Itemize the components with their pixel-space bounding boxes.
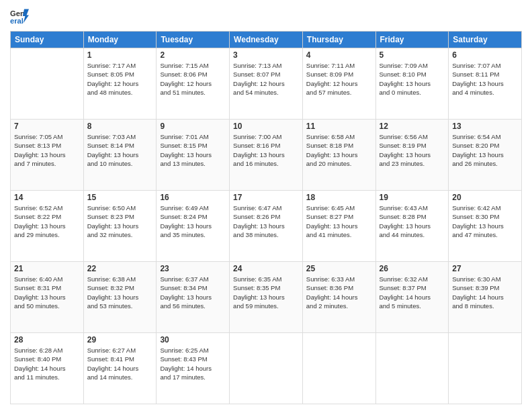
- table-row: 29Sunrise: 6:27 AM Sunset: 8:41 PM Dayli…: [83, 333, 157, 404]
- table-row: 24Sunrise: 6:35 AM Sunset: 8:35 PM Dayli…: [230, 262, 303, 333]
- table-row: 7Sunrise: 7:05 AM Sunset: 8:13 PM Daylig…: [11, 120, 84, 191]
- day-number: 19: [380, 193, 445, 202]
- day-number: 22: [87, 264, 153, 273]
- day-info: Sunrise: 6:47 AM Sunset: 8:26 PM Dayligh…: [233, 203, 299, 239]
- day-info: Sunrise: 6:27 AM Sunset: 8:41 PM Dayligh…: [87, 346, 153, 381]
- day-info: Sunrise: 6:52 AM Sunset: 8:22 PM Dayligh…: [14, 203, 80, 239]
- day-info: Sunrise: 6:37 AM Sunset: 8:34 PM Dayligh…: [160, 275, 226, 310]
- table-row: 14Sunrise: 6:52 AM Sunset: 8:22 PM Dayli…: [11, 191, 84, 262]
- day-info: Sunrise: 7:05 AM Sunset: 8:13 PM Dayligh…: [14, 132, 80, 168]
- day-number: 7: [14, 122, 80, 131]
- table-row: 9Sunrise: 7:01 AM Sunset: 8:15 PM Daylig…: [157, 120, 230, 191]
- col-wednesday: Wednesday: [230, 32, 303, 48]
- day-info: Sunrise: 6:42 AM Sunset: 8:30 PM Dayligh…: [452, 203, 518, 239]
- day-number: 23: [160, 264, 226, 273]
- table-row: 18Sunrise: 6:45 AM Sunset: 8:27 PM Dayli…: [302, 191, 375, 262]
- table-row: 11Sunrise: 6:58 AM Sunset: 8:18 PM Dayli…: [302, 120, 375, 191]
- day-number: 2: [160, 50, 226, 60]
- table-row: [230, 333, 303, 404]
- day-number: 10: [233, 122, 299, 131]
- day-number: 29: [87, 335, 153, 345]
- table-row: 12Sunrise: 6:56 AM Sunset: 8:19 PM Dayli…: [375, 120, 449, 191]
- day-info: Sunrise: 7:07 AM Sunset: 8:11 PM Dayligh…: [452, 61, 518, 97]
- col-sunday: Sunday: [11, 32, 84, 48]
- table-row: 2Sunrise: 7:15 AM Sunset: 8:06 PM Daylig…: [157, 48, 230, 120]
- day-header-row: Sunday Monday Tuesday Wednesday Thursday…: [11, 32, 522, 48]
- table-row: 30Sunrise: 6:25 AM Sunset: 8:43 PM Dayli…: [157, 333, 230, 404]
- calendar-week-row: 28Sunrise: 6:28 AM Sunset: 8:40 PM Dayli…: [11, 333, 522, 404]
- logo-icon: Gen eral: [10, 7, 29, 26]
- day-number: 12: [380, 122, 445, 131]
- day-info: Sunrise: 6:28 AM Sunset: 8:40 PM Dayligh…: [14, 346, 80, 381]
- day-info: Sunrise: 7:01 AM Sunset: 8:15 PM Dayligh…: [160, 132, 226, 168]
- table-row: [11, 48, 84, 120]
- day-info: Sunrise: 6:30 AM Sunset: 8:39 PM Dayligh…: [452, 275, 518, 310]
- table-row: 25Sunrise: 6:33 AM Sunset: 8:36 PM Dayli…: [302, 262, 375, 333]
- table-row: 17Sunrise: 6:47 AM Sunset: 8:26 PM Dayli…: [230, 191, 303, 262]
- day-info: Sunrise: 6:43 AM Sunset: 8:28 PM Dayligh…: [380, 203, 445, 239]
- calendar-week-row: 1Sunrise: 7:17 AM Sunset: 8:05 PM Daylig…: [11, 48, 522, 120]
- table-row: 23Sunrise: 6:37 AM Sunset: 8:34 PM Dayli…: [157, 262, 230, 333]
- table-row: 22Sunrise: 6:38 AM Sunset: 8:32 PM Dayli…: [83, 262, 157, 333]
- day-number: 26: [380, 264, 445, 273]
- day-info: Sunrise: 6:33 AM Sunset: 8:36 PM Dayligh…: [306, 275, 372, 310]
- day-info: Sunrise: 7:09 AM Sunset: 8:10 PM Dayligh…: [380, 61, 445, 97]
- day-info: Sunrise: 6:38 AM Sunset: 8:32 PM Dayligh…: [87, 275, 153, 310]
- day-info: Sunrise: 6:35 AM Sunset: 8:35 PM Dayligh…: [233, 275, 299, 310]
- day-number: 27: [452, 264, 518, 273]
- day-info: Sunrise: 6:49 AM Sunset: 8:24 PM Dayligh…: [160, 203, 226, 239]
- table-row: 6Sunrise: 7:07 AM Sunset: 8:11 PM Daylig…: [449, 48, 522, 120]
- day-number: 16: [160, 193, 226, 202]
- col-monday: Monday: [83, 32, 157, 48]
- day-info: Sunrise: 6:54 AM Sunset: 8:20 PM Dayligh…: [452, 132, 518, 168]
- calendar-table: Sunday Monday Tuesday Wednesday Thursday…: [10, 31, 522, 404]
- table-row: 21Sunrise: 6:40 AM Sunset: 8:31 PM Dayli…: [11, 262, 84, 333]
- table-row: [449, 333, 522, 404]
- day-number: 17: [233, 193, 299, 202]
- day-info: Sunrise: 6:58 AM Sunset: 8:18 PM Dayligh…: [306, 132, 372, 168]
- day-info: Sunrise: 7:15 AM Sunset: 8:06 PM Dayligh…: [160, 61, 226, 97]
- day-info: Sunrise: 6:32 AM Sunset: 8:37 PM Dayligh…: [380, 275, 445, 310]
- calendar-week-row: 7Sunrise: 7:05 AM Sunset: 8:13 PM Daylig…: [11, 120, 522, 191]
- table-row: 5Sunrise: 7:09 AM Sunset: 8:10 PM Daylig…: [375, 48, 449, 120]
- day-number: 8: [87, 122, 153, 131]
- day-number: 24: [233, 264, 299, 273]
- day-number: 5: [380, 50, 445, 60]
- table-row: 10Sunrise: 7:00 AM Sunset: 8:16 PM Dayli…: [230, 120, 303, 191]
- day-number: 1: [87, 50, 153, 60]
- day-info: Sunrise: 7:17 AM Sunset: 8:05 PM Dayligh…: [87, 61, 153, 97]
- day-number: 13: [452, 122, 518, 131]
- table-row: 3Sunrise: 7:13 AM Sunset: 8:07 PM Daylig…: [230, 48, 303, 120]
- table-row: 1Sunrise: 7:17 AM Sunset: 8:05 PM Daylig…: [83, 48, 157, 120]
- day-info: Sunrise: 7:03 AM Sunset: 8:14 PM Dayligh…: [87, 132, 153, 168]
- day-info: Sunrise: 6:56 AM Sunset: 8:19 PM Dayligh…: [380, 132, 445, 168]
- table-row: [375, 333, 449, 404]
- table-row: 26Sunrise: 6:32 AM Sunset: 8:37 PM Dayli…: [375, 262, 449, 333]
- table-row: 16Sunrise: 6:49 AM Sunset: 8:24 PM Dayli…: [157, 191, 230, 262]
- table-row: 28Sunrise: 6:28 AM Sunset: 8:40 PM Dayli…: [11, 333, 84, 404]
- day-info: Sunrise: 7:13 AM Sunset: 8:07 PM Dayligh…: [233, 61, 299, 97]
- day-number: 14: [14, 193, 80, 202]
- day-info: Sunrise: 7:11 AM Sunset: 8:09 PM Dayligh…: [306, 61, 372, 97]
- day-number: 11: [306, 122, 372, 131]
- table-row: 19Sunrise: 6:43 AM Sunset: 8:28 PM Dayli…: [375, 191, 449, 262]
- table-row: 20Sunrise: 6:42 AM Sunset: 8:30 PM Dayli…: [449, 191, 522, 262]
- day-info: Sunrise: 6:45 AM Sunset: 8:27 PM Dayligh…: [306, 203, 372, 239]
- col-tuesday: Tuesday: [157, 32, 230, 48]
- table-row: 15Sunrise: 6:50 AM Sunset: 8:23 PM Dayli…: [83, 191, 157, 262]
- day-number: 20: [452, 193, 518, 202]
- day-number: 9: [160, 122, 226, 131]
- day-number: 25: [306, 264, 372, 273]
- day-number: 28: [14, 335, 80, 345]
- col-friday: Friday: [375, 32, 449, 48]
- day-info: Sunrise: 6:25 AM Sunset: 8:43 PM Dayligh…: [160, 346, 226, 381]
- logo: Gen eral: [10, 7, 32, 26]
- table-row: 4Sunrise: 7:11 AM Sunset: 8:09 PM Daylig…: [302, 48, 375, 120]
- table-row: 27Sunrise: 6:30 AM Sunset: 8:39 PM Dayli…: [449, 262, 522, 333]
- day-number: 15: [87, 193, 153, 202]
- page: Gen eral Sunday Monday Tuesday Wednesday…: [0, 0, 532, 411]
- col-thursday: Thursday: [302, 32, 375, 48]
- table-row: 8Sunrise: 7:03 AM Sunset: 8:14 PM Daylig…: [83, 120, 157, 191]
- table-row: 13Sunrise: 6:54 AM Sunset: 8:20 PM Dayli…: [449, 120, 522, 191]
- day-number: 18: [306, 193, 372, 202]
